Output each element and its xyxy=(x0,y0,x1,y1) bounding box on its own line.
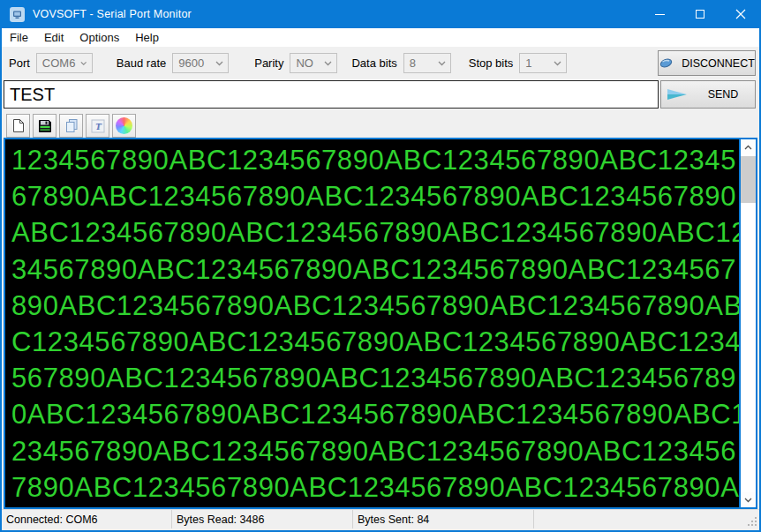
parity-select[interactable]: NO xyxy=(290,53,337,73)
chevron-down-icon xyxy=(324,61,332,66)
scrollbar-track[interactable] xyxy=(741,154,756,492)
chevron-down-icon xyxy=(438,61,446,66)
disconnect-button[interactable]: DISCONNECT xyxy=(658,50,756,76)
menu-file[interactable]: File xyxy=(2,29,36,46)
status-bytes-read: Bytes Read: 3486 xyxy=(172,510,353,528)
terminal-panel: 1234567890ABC1234567890ABC1234567890ABC1… xyxy=(4,138,757,509)
data-bits-label: Data bits xyxy=(351,56,396,70)
icon-toolbar: TT xyxy=(2,112,759,139)
baud-rate-select[interactable]: 9600 xyxy=(172,53,229,73)
status-bar: Connected: COM6 Bytes Read: 3486 Bytes S… xyxy=(2,509,759,528)
menu-edit[interactable]: Edit xyxy=(36,29,72,46)
font-icon: TT xyxy=(91,119,105,133)
disconnect-label: DISCONNECT xyxy=(682,57,755,70)
send-bar: SEND xyxy=(2,79,759,112)
status-connection: Connected: COM6 xyxy=(2,510,172,528)
terminal-line: C1234567890ABC1234567890ABC1234567890ABC… xyxy=(11,324,739,360)
terminal-scrollbar[interactable] xyxy=(739,139,756,507)
connection-config-bar: Port COM6 Baud rate 9600 Parity NO Data … xyxy=(2,47,759,79)
port-label: Port xyxy=(9,56,30,70)
chevron-down-icon xyxy=(554,61,561,66)
port-select[interactable]: COM6 xyxy=(36,53,93,73)
terminal-line: 890ABC1234567890ABC1234567890ABC12345678… xyxy=(11,288,739,324)
terminal-line: 567890ABC1234567890ABC1234567890ABC12345… xyxy=(11,360,739,396)
colors-button[interactable] xyxy=(112,114,136,138)
menu-help[interactable]: Help xyxy=(127,29,167,46)
data-bits-select[interactable]: 8 xyxy=(403,53,451,73)
terminal-line: 1234567890ABC1234567890ABC1234567890ABC1… xyxy=(11,142,739,178)
save-icon xyxy=(38,119,52,133)
chevron-up-icon xyxy=(744,145,752,150)
chevron-down-icon xyxy=(744,498,752,503)
copy-button[interactable] xyxy=(59,114,83,138)
status-spacer xyxy=(534,510,759,528)
font-button[interactable]: TT xyxy=(86,114,109,138)
terminal-line: 67890ABC1234567890ABC1234567890ABC123456… xyxy=(11,178,739,214)
terminal-line: ABC1234567890ABC1234567890ABC1234567890A… xyxy=(11,214,739,251)
copy-icon xyxy=(64,118,79,133)
send-arrow-icon xyxy=(666,87,689,101)
save-button[interactable] xyxy=(33,114,57,138)
terminal-line: 0ABC1234567890ABC1234567890ABC1234567890… xyxy=(11,396,739,432)
app-icon xyxy=(10,7,25,22)
terminal-line: 34567890ABC1234567890ABC1234567890ABC123… xyxy=(11,251,739,288)
resize-grip[interactable] xyxy=(747,516,757,527)
minimize-icon xyxy=(655,14,665,15)
baud-rate-label: Baud rate xyxy=(117,56,166,70)
stop-bits-select[interactable]: 1 xyxy=(519,53,567,73)
colors-icon xyxy=(116,117,132,134)
close-icon xyxy=(735,9,746,19)
status-bytes-sent: Bytes Sent: 84 xyxy=(353,510,534,528)
scrollbar-thumb[interactable] xyxy=(741,156,756,203)
close-button[interactable] xyxy=(720,0,761,28)
menu-options[interactable]: Options xyxy=(72,29,127,46)
scroll-up-button[interactable] xyxy=(741,139,756,154)
window-title: VOVSOFT - Serial Port Monitor xyxy=(33,8,192,20)
parity-label: Parity xyxy=(254,56,283,70)
svg-text:T: T xyxy=(94,120,101,131)
window-controls xyxy=(639,0,761,28)
maximize-button[interactable] xyxy=(680,0,720,28)
connector-icon xyxy=(659,57,674,69)
menu-bar: File Edit Options Help xyxy=(2,28,759,47)
scroll-down-button[interactable] xyxy=(741,492,756,507)
terminal-line: 234567890ABC1234567890ABC1234567890ABC12… xyxy=(11,433,739,469)
send-button[interactable]: SEND xyxy=(660,80,756,109)
title-bar: VOVSOFT - Serial Port Monitor xyxy=(0,0,761,28)
terminal-line: 7890ABC1234567890ABC1234567890ABC1234567… xyxy=(11,469,739,506)
minimize-button[interactable] xyxy=(639,0,680,28)
send-label: SEND xyxy=(708,88,739,101)
terminal-output[interactable]: 1234567890ABC1234567890ABC1234567890ABC1… xyxy=(5,139,739,507)
message-input[interactable] xyxy=(4,80,659,109)
chevron-down-icon xyxy=(215,61,223,66)
stop-bits-label: Stop bits xyxy=(469,56,514,70)
new-document-button[interactable] xyxy=(6,114,30,138)
new-document-icon xyxy=(11,118,25,133)
chevron-down-icon xyxy=(80,61,87,66)
maximize-icon xyxy=(696,10,704,19)
app-window: VOVSOFT - Serial Port Monitor File Edit … xyxy=(0,0,761,532)
